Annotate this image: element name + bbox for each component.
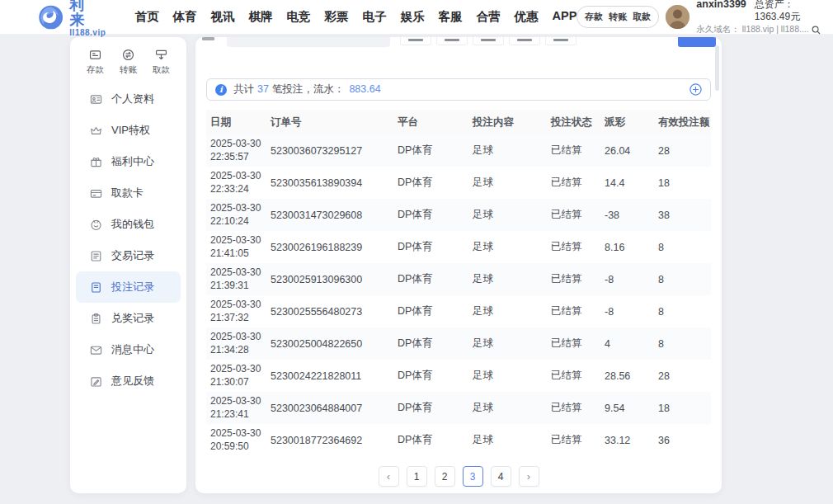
- wallet-icon: [89, 218, 103, 232]
- cell-platform: DP体育: [393, 424, 468, 456]
- quick-range-button[interactable]: [509, 37, 540, 45]
- wallet-pill-item[interactable]: 取款: [633, 11, 651, 23]
- search-icon[interactable]: [812, 26, 821, 35]
- cell-platform: DP体育: [393, 134, 468, 167]
- list-icon: [89, 249, 103, 263]
- sidebar-quick-actions: 存款 转账 取款: [70, 37, 186, 76]
- table-row: 2025-03-3022:35:57 5230036073295127 DP体育…: [206, 134, 711, 167]
- cell-platform: DP体育: [393, 199, 468, 231]
- brand-name: 利 来: [69, 0, 116, 27]
- main-content: i 共计 37 笔投注，流水： 883.64 日期订单号平台投注内容投注状态派彩…: [195, 37, 722, 493]
- brand-logo-icon: [38, 3, 64, 31]
- pagination: ‹ 1234 ›: [195, 466, 722, 487]
- filter-label-fragment: [202, 37, 214, 40]
- cell-valid-amount: 8: [654, 327, 711, 360]
- cell-valid-amount: 38: [654, 199, 711, 231]
- cell-payout: 26.04: [600, 134, 654, 167]
- quick-action-transfer[interactable]: 转账: [120, 48, 137, 76]
- nav-item[interactable]: 娱乐: [401, 9, 425, 25]
- cell-payout: 9.54: [600, 392, 654, 424]
- page-number-button[interactable]: 1: [407, 466, 427, 487]
- table-row: 2025-03-3022:33:24 5230035613890394 DP体育…: [206, 167, 711, 199]
- cell-date: 2025-03-3021:30:07: [206, 360, 266, 392]
- sidebar-item-bet-records[interactable]: 投注记录: [76, 271, 181, 303]
- nav-item[interactable]: 电子: [363, 9, 387, 25]
- sidebar-item-transactions[interactable]: 交易记录: [76, 240, 181, 271]
- cell-date: 2025-03-3022:33:24: [206, 167, 266, 199]
- deposit-icon: [88, 48, 102, 62]
- column-header: 派彩: [600, 110, 654, 134]
- sidebar-item-redeem-records[interactable]: 兑奖记录: [76, 303, 181, 334]
- nav-item[interactable]: 棋牌: [249, 9, 273, 25]
- wallet-pill-item[interactable]: 存款: [585, 11, 603, 23]
- cell-order-number: 5230025004822650: [266, 327, 393, 360]
- table-row: 2025-03-3021:41:05 5230026196188239 DP体育…: [206, 231, 711, 263]
- sidebar-item-wallet[interactable]: 我的钱包: [76, 209, 181, 240]
- permanent-domain: 永久域名： ll188.vip | ll188....: [696, 24, 808, 35]
- page-number-button[interactable]: 4: [491, 466, 511, 487]
- quick-action-deposit[interactable]: 存款: [87, 48, 104, 76]
- nav-item[interactable]: 体育: [173, 9, 197, 25]
- cell-payout: -8: [600, 295, 654, 327]
- column-header: 投注内容: [468, 110, 547, 134]
- quick-action-withdraw[interactable]: 取款: [153, 48, 170, 76]
- cell-valid-amount: 18: [654, 167, 711, 199]
- sidebar: 存款 转账 取款 个人资料 VIP特权: [70, 37, 186, 493]
- cell-status: 已结算: [547, 295, 600, 327]
- gift-icon: [89, 155, 103, 169]
- scrollbar[interactable]: [715, 45, 719, 91]
- bank-card-icon: [89, 186, 103, 200]
- nav-item[interactable]: 视讯: [211, 9, 235, 25]
- cell-platform: DP体育: [393, 327, 468, 360]
- quick-range-button[interactable]: [436, 37, 468, 45]
- edit-icon: [89, 374, 103, 389]
- cell-order-number: 5230024221828011: [266, 360, 393, 392]
- cell-payout: 28.56: [600, 360, 654, 392]
- cell-status: 已结算: [547, 199, 600, 231]
- cell-status: 已结算: [547, 327, 600, 360]
- cell-platform: DP体育: [393, 263, 468, 295]
- sidebar-item-profile[interactable]: 个人资料: [76, 83, 181, 115]
- cell-date: 2025-03-3022:35:57: [206, 134, 266, 167]
- crown-icon: [89, 124, 103, 138]
- nav-item[interactable]: APP: [553, 9, 577, 25]
- cell-date: 2025-03-3020:59:50: [206, 424, 266, 456]
- nav-item[interactable]: 优惠: [515, 9, 539, 25]
- page-number-button[interactable]: 3: [463, 466, 483, 487]
- cell-status: 已结算: [547, 134, 600, 167]
- prev-page-button[interactable]: ‹: [379, 466, 399, 487]
- nav-item[interactable]: 合营: [477, 9, 501, 25]
- brand-domain: ll188.vip: [69, 29, 116, 37]
- date-range-input[interactable]: [227, 37, 390, 47]
- nav-item[interactable]: 电竞: [287, 9, 311, 25]
- sidebar-item-feedback[interactable]: 意见反馈: [76, 365, 181, 397]
- nav-item[interactable]: 彩票: [325, 9, 349, 25]
- cell-valid-amount: 8: [654, 263, 711, 295]
- quick-range-button[interactable]: [400, 37, 431, 45]
- table-row: 2025-03-3022:10:24 5230031473029608 DP体育…: [206, 199, 711, 231]
- avatar[interactable]: [666, 5, 689, 29]
- sidebar-item-withdraw-card[interactable]: 取款卡: [76, 177, 181, 209]
- page-number-button[interactable]: 2: [435, 466, 455, 487]
- cell-platform: DP体育: [393, 360, 468, 392]
- search-button[interactable]: [678, 37, 716, 47]
- next-page-button[interactable]: ›: [519, 466, 539, 487]
- quick-range-button[interactable]: [473, 37, 504, 45]
- sidebar-item-welfare[interactable]: 福利中心: [76, 146, 181, 177]
- sidebar-item-vip[interactable]: VIP特权: [76, 115, 181, 146]
- cell-bet-content: 足球: [468, 134, 547, 167]
- top-header: 利 来 ll188.vip 首页体育视讯棋牌电竞彩票电子娱乐客服合营优惠APP …: [0, 0, 833, 35]
- nav-item[interactable]: 客服: [439, 9, 463, 25]
- cell-date: 2025-03-3021:39:31: [206, 263, 266, 295]
- brand-logo[interactable]: 利 来 ll188.vip: [38, 0, 117, 37]
- cell-order-number: 5230025556480273: [266, 295, 393, 327]
- plus-circle-icon[interactable]: [689, 83, 702, 96]
- nav-item[interactable]: 首页: [135, 9, 159, 25]
- quick-range-button[interactable]: [545, 37, 577, 45]
- cell-bet-content: 足球: [468, 199, 547, 231]
- sidebar-menu: 个人资料 VIP特权 福利中心 取款卡 我的钱包: [70, 83, 186, 397]
- wallet-pill-item[interactable]: 转账: [609, 11, 627, 23]
- sidebar-item-messages[interactable]: 消息中心: [76, 334, 181, 365]
- withdraw-icon: [154, 48, 168, 62]
- cell-bet-content: 足球: [468, 295, 547, 327]
